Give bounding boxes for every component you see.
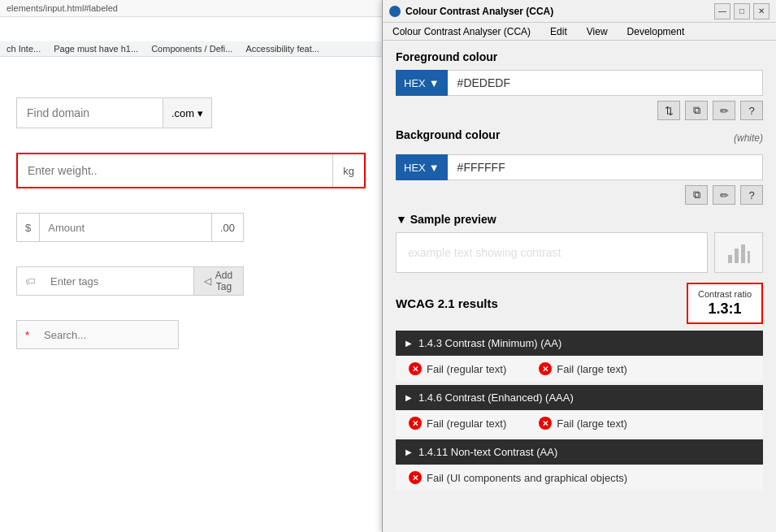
foreground-format-dropdown[interactable]: HEX ▼ [396,70,448,96]
chevron-down-icon: ▼ [429,77,440,89]
menu-view[interactable]: View [583,26,611,37]
help-icon[interactable]: ? [740,101,763,120]
maximize-button[interactable]: □ [734,3,750,19]
bg-eyedropper-icon[interactable]: ✏ [713,185,735,205]
criterion-1-4-3-large-result: ✕ Fail (large text) [539,362,627,375]
menu-edit[interactable]: Edit [547,26,570,37]
tags-input[interactable] [44,267,193,295]
tags-input-group: 🏷 ◁ Add Tag [16,266,244,296]
criterion-1-4-6-regular-result: ✕ Fail (regular text) [409,417,506,430]
criterion-1-4-11-results: ✕ Fail (UI components and graphical obje… [396,465,763,491]
weight-input-group: kg [16,153,366,188]
cca-title: Colour Contrast Analyser (CCA) [389,6,553,17]
background-label: Background colour [396,128,500,141]
criterion-1-4-6-header[interactable]: ▶ 1.4.6 Contrast (Enhanced) (AAA) [396,385,763,410]
minimize-button[interactable]: — [714,3,730,19]
foreground-hex-value[interactable]: #DEDEDF [448,70,763,96]
browser-url-bar: elements/input.html#labeled [0,0,382,17]
sample-preview-content: example text showing contrast [396,232,763,273]
foreground-icon-row: ⇅ ⧉ ✏ ? [396,101,763,120]
bookmarks-bar: ch Inte... Page must have h1... Componen… [0,41,382,57]
bookmark-1[interactable]: ch Inte... [7,44,41,54]
tag-icon: 🏷 [17,267,44,295]
svg-rect-1 [735,249,739,263]
search-input[interactable] [37,321,187,348]
weight-input[interactable] [18,154,332,187]
bookmark-4[interactable]: Accessibility feat... [245,44,319,54]
bookmark-2[interactable]: Page must have h1... [54,44,138,54]
chevron-down-icon: ▼ [429,162,440,174]
bg-sliders-icon[interactable]: ⧉ [685,185,708,205]
wcag-title: WCAG 2.1 results [396,296,498,310]
cca-titlebar: Colour Contrast Analyser (CCA) — □ ✕ [383,0,776,23]
cca-logo-icon [389,6,401,17]
contrast-ratio-box: Contrast ratio 1.3:1 [687,283,763,324]
criterion-1-4-6-results: ✕ Fail (regular text) ✕ Fail (large text… [396,410,763,436]
fail-icon: ✕ [409,471,422,484]
bg-help-icon[interactable]: ? [740,185,763,205]
sample-image-placeholder [714,232,763,273]
required-marker: * [17,321,37,348]
criterion-1-4-3-header[interactable]: ▶ 1.4.3 Contrast (Minimum) (AA) [396,331,763,356]
criterion-arrow-icon: ▶ [405,448,412,456]
sample-preview-label: ▼ Sample preview [396,213,763,226]
weight-unit-label: kg [332,154,364,187]
bookmark-3[interactable]: Components / Defi... [151,44,232,54]
criterion-1-4-3-regular-result: ✕ Fail (regular text) [409,362,506,375]
find-domain-input[interactable] [16,97,163,128]
svg-rect-2 [741,244,745,263]
criterion-1-4-11-ui-result: ✕ Fail (UI components and graphical obje… [409,471,627,484]
fail-icon: ✕ [409,362,422,375]
amount-input[interactable] [40,214,211,241]
sliders-icon[interactable]: ⧉ [685,101,708,120]
amount-prefix: $ [17,214,40,241]
fail-icon: ✕ [539,417,552,430]
sample-preview-section: ▼ Sample preview example text showing co… [396,213,763,273]
contrast-ratio-value: 1.3:1 [698,301,752,318]
sample-text-box: example text showing contrast [396,232,708,273]
criterion-1-4-6: ▶ 1.4.6 Contrast (Enhanced) (AAA) ✕ Fail… [396,385,763,436]
domain-select[interactable]: .com ▾ [163,97,212,128]
wcag-header: WCAG 2.1 results Contrast ratio 1.3:1 [396,283,763,324]
chevron-down-icon: ▾ [197,107,203,119]
swap-icon[interactable]: ⇅ [657,101,680,120]
add-tag-button[interactable]: ◁ Add Tag [193,267,243,295]
svg-rect-0 [728,255,732,263]
fail-icon: ✕ [409,417,422,430]
search-input-group: * [16,320,179,349]
find-domain-group: .com ▾ [16,97,366,128]
menu-app[interactable]: Colour Contrast Analyser (CCA) [389,26,534,37]
foreground-label: Foreground colour [396,50,763,63]
fail-icon: ✕ [539,362,552,375]
amount-suffix: .00 [211,214,243,241]
background-hex-row: HEX ▼ #FFFFFF [396,154,763,180]
amount-input-group: $ .00 [16,213,244,242]
close-button[interactable]: ✕ [753,3,769,19]
criterion-1-4-3: ▶ 1.4.3 Contrast (Minimum) (AA) ✕ Fail (… [396,331,763,382]
background-icon-row: ⧉ ✏ ? [396,185,763,205]
criterion-1-4-6-large-result: ✕ Fail (large text) [539,417,627,430]
svg-rect-3 [748,251,750,263]
criterion-1-4-11-header[interactable]: ▶ 1.4.11 Non-text Contrast (AA) [396,439,763,465]
add-tag-chevron: ◁ [204,275,211,287]
background-hex-value[interactable]: #FFFFFF [448,154,763,180]
background-format-dropdown[interactable]: HEX ▼ [396,154,448,180]
wcag-section: WCAG 2.1 results Contrast ratio 1.3:1 ▶ … [396,283,763,491]
eyedropper-icon[interactable]: ✏ [713,101,735,120]
contrast-ratio-label: Contrast ratio [698,289,752,299]
criterion-arrow-icon: ▶ [405,339,412,348]
cca-content: Foreground colour HEX ▼ #DEDEDF ⇅ ⧉ ✏ ? … [383,41,776,532]
criterion-1-4-11: ▶ 1.4.11 Non-text Contrast (AA) ✕ Fail (… [396,439,763,491]
criterion-arrow-icon: ▶ [405,393,412,402]
background-header-row: Background colour (white) [396,128,763,148]
window-controls: — □ ✕ [714,3,769,19]
cca-window: Colour Contrast Analyser (CCA) — □ ✕ Col… [382,0,776,532]
background-white-label: (white) [734,132,763,144]
left-panel: elements/input.html#labeled ch Inte... P… [0,0,382,532]
criterion-1-4-3-results: ✕ Fail (regular text) ✕ Fail (large text… [396,356,763,382]
cca-menubar: Colour Contrast Analyser (CCA) Edit View… [383,23,776,41]
menu-development[interactable]: Development [624,26,688,37]
foreground-hex-row: HEX ▼ #DEDEDF [396,70,763,96]
